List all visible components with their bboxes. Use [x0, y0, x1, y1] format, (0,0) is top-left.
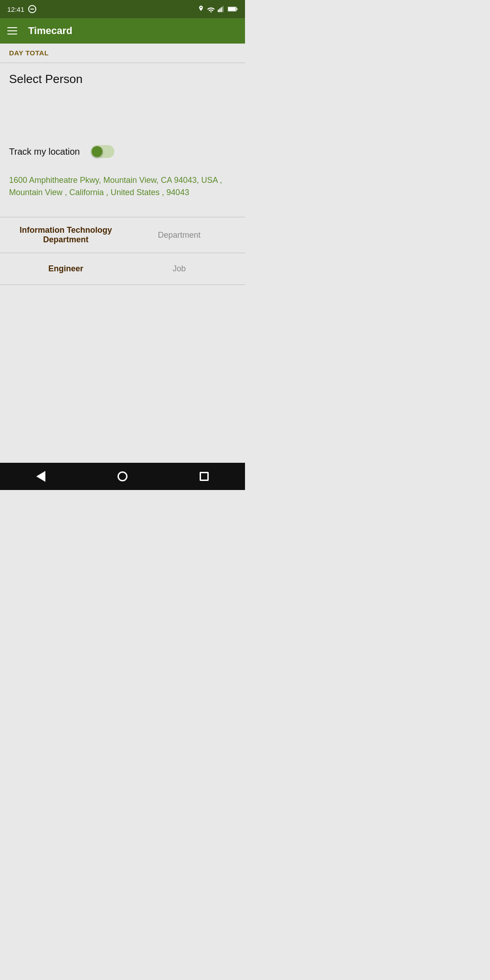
recent-button[interactable] [195, 467, 213, 485]
day-total-label: DAY TOTAL [9, 49, 49, 57]
svg-rect-3 [222, 6, 224, 12]
day-total-section: DAY TOTAL [0, 44, 245, 63]
menu-icon[interactable] [7, 27, 17, 34]
home-icon [118, 471, 127, 481]
toggle-track [91, 145, 114, 158]
drs-icon [28, 5, 36, 13]
location-icon [198, 5, 204, 13]
home-button[interactable] [113, 467, 132, 485]
table-row-job[interactable]: Engineer Job [0, 253, 245, 285]
address-section: 1600 Amphitheatre Pkwy, Mountain View, C… [0, 167, 245, 217]
department-label: Department [122, 230, 236, 240]
wifi-icon [207, 6, 215, 12]
app-bar: Timecard [0, 18, 245, 44]
job-label: Job [122, 264, 236, 274]
status-time: 12:41 [7, 5, 24, 13]
track-location-toggle[interactable] [91, 145, 114, 158]
track-location-row: Track my location [9, 145, 236, 158]
app-title: Timecard [28, 25, 72, 37]
info-table: Information TechnologyDepartment Departm… [0, 217, 245, 285]
battery-icon [228, 6, 238, 12]
address-text: 1600 Amphitheatre Pkwy, Mountain View, C… [9, 176, 222, 197]
table-row-department[interactable]: Information TechnologyDepartment Departm… [0, 217, 245, 253]
toggle-thumb [92, 146, 103, 157]
svg-rect-2 [221, 7, 222, 12]
select-person-title: Select Person [9, 72, 83, 86]
bottom-nav [0, 463, 245, 490]
svg-rect-0 [218, 10, 219, 12]
back-button[interactable] [32, 467, 50, 485]
track-location-section: Track my location [0, 136, 245, 167]
content-spacer [0, 91, 245, 136]
select-person-section[interactable]: Select Person [0, 63, 245, 91]
status-bar: 12:41 [0, 0, 245, 18]
status-bar-right [198, 5, 238, 13]
svg-rect-1 [219, 9, 220, 12]
signal-icon [218, 6, 225, 12]
department-value: Information TechnologyDepartment [9, 225, 122, 245]
back-icon [36, 471, 45, 482]
job-value: Engineer [9, 264, 122, 274]
track-location-label: Track my location [9, 147, 80, 157]
svg-rect-6 [228, 7, 236, 10]
svg-rect-5 [236, 8, 237, 10]
recent-icon [200, 472, 209, 481]
status-bar-left: 12:41 [7, 5, 36, 13]
